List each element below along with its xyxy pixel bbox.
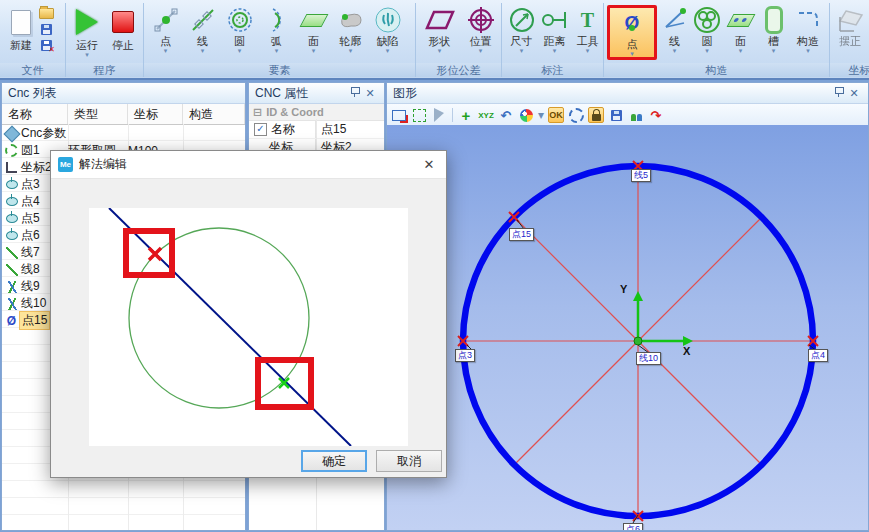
open-folder-icon[interactable] [39, 7, 54, 20]
dialog-title: 解法编辑 [79, 156, 127, 173]
close-icon[interactable]: ✕ [846, 84, 862, 103]
element-defect-button[interactable]: 缺陷 ▾ [369, 5, 406, 54]
dimension-button[interactable]: 尺寸 ▾ [505, 5, 538, 54]
form-icon [425, 5, 455, 35]
window-fit-icon[interactable] [391, 107, 407, 123]
app-me-icon: Me [58, 157, 73, 172]
group-label-coordsys: 坐标系 [830, 63, 869, 77]
graphics-canvas[interactable]: Y X 线5 点15 点3 点4 线10 点6 [387, 125, 868, 530]
measurement-drawing [387, 125, 868, 530]
redo-icon[interactable]: ↷ [648, 107, 664, 123]
chevron-down-icon: ▾ [553, 48, 557, 54]
align-button[interactable]: 摆正 [833, 5, 867, 48]
chevron-down-icon: ▾ [739, 48, 743, 54]
ribbon-group-gdt: 形状 ▾ 位置 ▾ 形位公差 [416, 3, 502, 77]
element-circle-button[interactable]: 圆 ▾ [221, 5, 258, 54]
element-arc-button[interactable]: 弧 ▾ [258, 5, 295, 54]
feature-label-point4[interactable]: 点4 [808, 349, 828, 362]
column-construct[interactable]: 构造 [183, 104, 245, 124]
users-icon[interactable] [628, 107, 644, 123]
dialog-titlebar[interactable]: Me 解法编辑 ✕ [51, 151, 446, 179]
measure-point-icon [6, 180, 18, 189]
measure-line-icon [6, 247, 18, 259]
checkbox-checked-icon[interactable]: ✓ [254, 123, 267, 136]
property-value-name[interactable]: 点15 [316, 121, 384, 138]
new-document-icon [4, 5, 38, 39]
undo-icon[interactable]: ↶ [498, 107, 514, 123]
cancel-button[interactable]: 取消 [376, 450, 442, 472]
chevron-down-icon: ▾ [201, 48, 205, 54]
defect-icon [373, 5, 403, 35]
pin-icon[interactable] [346, 84, 362, 103]
pin-icon[interactable] [830, 84, 846, 103]
toolbar-separator [452, 108, 453, 122]
circle-select-icon[interactable] [568, 107, 584, 123]
element-point-button[interactable]: 点 ▾ [147, 5, 184, 54]
chevron-down-icon: ▾ [386, 48, 390, 54]
new-file-label: 新建 [10, 39, 32, 52]
save-as-icon[interactable]: ✕ [39, 39, 54, 52]
construct-line-icon [660, 5, 690, 35]
stop-icon [106, 5, 140, 39]
construct-generic-button[interactable]: 构造 ▾ [790, 5, 826, 54]
construct-slot-button[interactable]: 槽 ▾ [757, 5, 790, 54]
save-view-icon[interactable] [608, 107, 624, 123]
feature-label-line10[interactable]: 线10 [636, 352, 661, 365]
feature-label-point6[interactable]: 点6 [623, 523, 643, 530]
construct-line-button[interactable]: 线 ▾ [659, 5, 690, 54]
xyz-icon[interactable]: XYZ [478, 107, 494, 123]
chevron-down-icon: ▾ [275, 48, 279, 54]
coordinate-icon [6, 162, 17, 173]
column-coord[interactable]: 坐标 [128, 104, 183, 124]
construct-circle-icon [692, 5, 722, 35]
form-tolerance-button[interactable]: 形状 ▾ [419, 5, 460, 54]
measure-circle-icon [225, 5, 255, 35]
tools-button[interactable]: T 工具 ▾ [571, 5, 604, 54]
chevron-down-icon[interactable]: ▾ [538, 108, 544, 122]
feature-label-point15[interactable]: 点15 [509, 228, 534, 241]
slot-icon [759, 5, 789, 35]
chevron-down-icon: ▾ [85, 52, 89, 58]
lock-icon[interactable] [588, 107, 604, 123]
palette-icon[interactable] [518, 107, 534, 123]
angle-line-icon [6, 298, 18, 310]
new-file-button[interactable]: 新建 [3, 5, 39, 52]
construct-circle-button[interactable]: 圆 ▾ [690, 5, 724, 54]
fit-view-icon[interactable] [411, 107, 427, 123]
column-name[interactable]: 名称 [2, 104, 68, 124]
group-label-construct: 构造 [604, 63, 829, 77]
position-tolerance-button[interactable]: 位置 ▾ [460, 5, 501, 54]
element-line-button[interactable]: 线 ▾ [184, 5, 221, 54]
mirror-view-icon[interactable] [431, 107, 447, 123]
axis-y-label: Y [620, 283, 627, 295]
tool-t-icon: T [573, 5, 603, 35]
plus-icon[interactable]: + [458, 107, 474, 123]
feature-label-point3[interactable]: 点3 [455, 349, 475, 362]
collapse-icon[interactable]: ⊟ [253, 106, 262, 119]
solution-preview-canvas[interactable] [89, 208, 408, 446]
chevron-down-icon: ▾ [479, 48, 483, 54]
element-plane-button[interactable]: 面 ▾ [295, 5, 332, 54]
ok-icon[interactable]: OK [548, 107, 564, 123]
group-label-elements: 要素 [144, 63, 415, 77]
group-label-annotation: 标注 [502, 63, 603, 77]
save-icon[interactable] [39, 23, 54, 36]
list-item[interactable]: Cnc参数 [2, 125, 245, 142]
construct-point-button[interactable]: Ø 点 ▾ [607, 5, 657, 60]
ok-button[interactable]: 确定 [301, 450, 367, 472]
cnc-list-title: Cnc 列表 [2, 83, 245, 104]
construct-plane-button[interactable]: 面 ▾ [724, 5, 757, 54]
measure-point-icon [6, 197, 18, 206]
distance-button[interactable]: 距离 ▾ [538, 5, 571, 54]
measure-point-icon [6, 231, 18, 240]
measure-circle-icon [5, 144, 18, 157]
column-type[interactable]: 类型 [68, 104, 128, 124]
construct-corner-icon [793, 5, 823, 35]
stop-button[interactable]: 停止 [105, 5, 141, 52]
element-profile-button[interactable]: 轮廓 ▾ [332, 5, 369, 54]
feature-label-line5[interactable]: 线5 [631, 169, 651, 182]
close-icon[interactable]: ✕ [362, 84, 378, 103]
plane-icon [299, 5, 329, 35]
close-icon[interactable]: ✕ [412, 151, 446, 178]
run-button[interactable]: 运行 ▾ [69, 5, 105, 58]
